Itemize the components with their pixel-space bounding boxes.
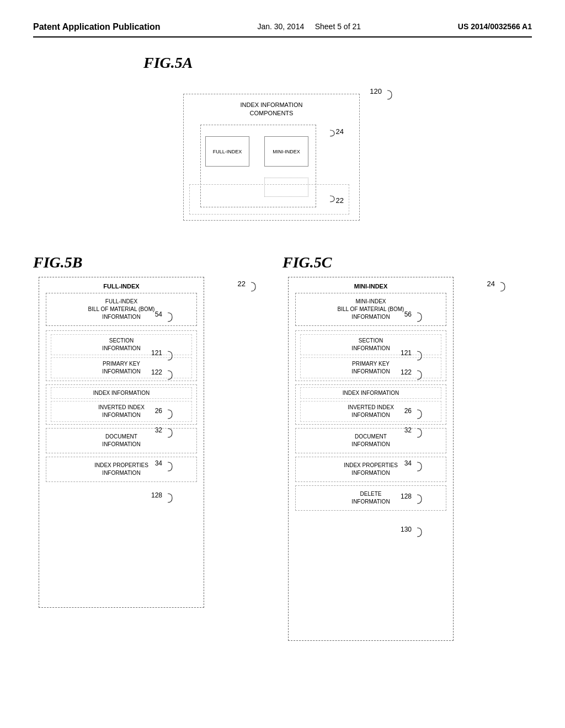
- fullindex-label: FULL-INDEX: [213, 149, 242, 154]
- bracket-122c-icon: [406, 370, 423, 381]
- fig5b-top-label: FULL-INDEX: [39, 277, 204, 293]
- label-24: 24: [336, 127, 344, 136]
- fig5b-bom-label: FULL-INDEX BILL OF MATERIAL (BOM) INFORM…: [88, 298, 155, 320]
- bracket-24c-outer-icon: [487, 281, 506, 292]
- fig5b-index-props-label: INDEX PROPERTIES INFORMATION: [94, 462, 148, 476]
- bracket-26c-icon: [406, 409, 423, 420]
- header-sheet: Sheet 5 of 21: [315, 22, 361, 31]
- bracket-26b-icon: [157, 409, 173, 420]
- fig5b-bom-box: FULL-INDEX BILL OF MATERIAL (BOM) INFORM…: [46, 293, 197, 326]
- fig5c-section: FIG.5C MINI-INDEX MINI-INDEX BILL OF MAT…: [282, 254, 532, 663]
- fig5c-index-props-label: INDEX PROPERTIES INFORMATION: [344, 462, 398, 476]
- fig5c-delete-label: DELETE INFORMATION: [351, 491, 390, 505]
- header-center: Jan. 30, 2014 Sheet 5 of 21: [257, 22, 361, 31]
- fig5b-group1: SECTION INFORMATION PRIMARY KEY INFORMAT…: [46, 330, 197, 381]
- fig5c-inverted-label: INVERTED INDEX INFORMATION: [348, 404, 394, 418]
- bracket-120-icon: [371, 89, 393, 100]
- fig5b-diagram: FULL-INDEX FULL-INDEX BILL OF MATERIAL (…: [33, 277, 254, 630]
- fig5c-document-label: DOCUMENT INFORMATION: [351, 433, 390, 447]
- fig5c-bom-box: MINI-INDEX BILL OF MATERIAL (BOM) INFORM…: [295, 293, 446, 326]
- fig5c-index-info-label: INDEX INFORMATION: [343, 390, 399, 396]
- fig5b-primary-key-label: PRIMARY KEY INFORMATION: [102, 361, 140, 374]
- miniindex-box: MINI-INDEX: [264, 136, 308, 167]
- fig5a-section: FIG.5A 120 INDEX INFORMATION COMPONENTS: [33, 54, 532, 232]
- fig5c-diagram: MINI-INDEX MINI-INDEX BILL OF MATERIAL (…: [282, 277, 503, 663]
- box-120: INDEX INFORMATION COMPONENTS FULL-INDEX …: [183, 94, 360, 221]
- bracket-22b-outer-icon: [237, 281, 257, 292]
- fig5c-top-label: MINI-INDEX: [289, 277, 453, 293]
- fig5b-section: FIG.5B FULL-INDEX FULL-INDEX BILL OF MAT…: [33, 254, 282, 663]
- fig5b-title: FIG.5B: [33, 254, 82, 271]
- fig5b-outer-box: FULL-INDEX FULL-INDEX BILL OF MATERIAL (…: [39, 277, 204, 608]
- fig5c-bom-label: MINI-INDEX BILL OF MATERIAL (BOM) INFORM…: [338, 298, 404, 320]
- bracket-121b-icon: [157, 350, 173, 361]
- fig5c-group2: INDEX INFORMATION INVERTED INDEX INFORMA…: [295, 384, 446, 425]
- bracket-130c-icon: [406, 527, 423, 538]
- fig5c-group1: SECTION INFORMATION PRIMARY KEY INFORMAT…: [295, 330, 446, 381]
- fullindex-box: FULL-INDEX: [205, 136, 249, 167]
- fig5b-document-info: DOCUMENT INFORMATION: [46, 428, 197, 453]
- fig5c-outer-box: MINI-INDEX MINI-INDEX BILL OF MATERIAL (…: [288, 277, 454, 641]
- fig5b-index-info: INDEX INFORMATION: [51, 387, 192, 399]
- fig5c-primary-key-label: PRIMARY KEY INFORMATION: [351, 361, 390, 374]
- fig5c-section-info-label: SECTION INFORMATION: [351, 338, 390, 351]
- miniindex-label: MINI-INDEX: [273, 149, 300, 154]
- bracket-54-icon: [157, 312, 173, 323]
- fig5b-index-props: INDEX PROPERTIES INFORMATION: [46, 457, 197, 482]
- fig5c-index-props: INDEX PROPERTIES INFORMATION: [295, 457, 446, 482]
- index-info-label: INDEX INFORMATION COMPONENTS: [184, 101, 359, 118]
- bracket-24-icon: [319, 129, 335, 137]
- fig5bc-row: FIG.5B FULL-INDEX FULL-INDEX BILL OF MAT…: [33, 254, 532, 663]
- header-date: Jan. 30, 2014: [257, 22, 304, 31]
- bracket-128b-icon: [157, 493, 173, 504]
- bottom-dashed: [189, 184, 349, 215]
- header-right: US 2014/0032566 A1: [458, 22, 532, 31]
- fig5b-inverted-label: INVERTED INDEX INFORMATION: [98, 404, 145, 418]
- fig5b-section-info-label: SECTION INFORMATION: [102, 338, 140, 351]
- bracket-56-icon: [406, 312, 423, 323]
- fig5a-title: FIG.5A: [143, 54, 193, 71]
- fig5b-document-label: DOCUMENT INFORMATION: [102, 433, 140, 447]
- index-info-text: INDEX INFORMATION COMPONENTS: [241, 101, 303, 116]
- fig5a-diagram: 120 INDEX INFORMATION COMPONENTS FULL: [167, 77, 398, 232]
- fig5c-delete-info: DELETE INFORMATION: [295, 485, 446, 511]
- fig5c-title: FIG.5C: [282, 254, 332, 271]
- fig5c-index-info: INDEX INFORMATION: [300, 387, 441, 399]
- fig5b-group2: INDEX INFORMATION INVERTED INDEX INFORMA…: [46, 384, 197, 425]
- page: Patent Application Publication Jan. 30, …: [0, 0, 565, 728]
- fig5b-index-info-label: INDEX INFORMATION: [93, 390, 150, 396]
- bracket-122b-icon: [157, 370, 173, 381]
- bracket-121c-icon: [406, 350, 423, 361]
- page-header: Patent Application Publication Jan. 30, …: [33, 22, 532, 38]
- header-left: Patent Application Publication: [33, 22, 161, 32]
- fig5c-document-info: DOCUMENT INFORMATION: [295, 428, 446, 453]
